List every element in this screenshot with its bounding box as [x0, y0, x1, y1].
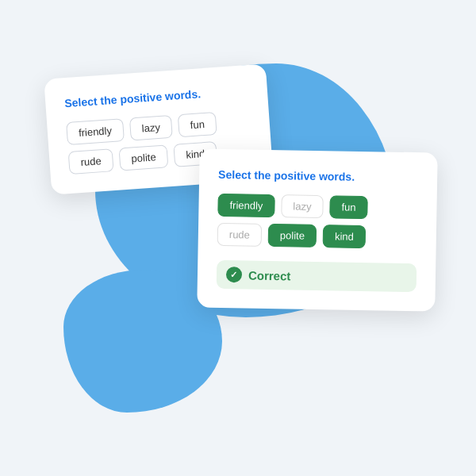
card-back-title: Select the positive words.	[64, 84, 249, 109]
chip-rude-front[interactable]: rude	[217, 223, 263, 247]
card-front-title: Select the positive words.	[218, 168, 418, 184]
chip-friendly-back[interactable]: friendly	[66, 118, 125, 145]
chip-polite-front[interactable]: polite	[268, 224, 317, 248]
card-front-words: friendly lazy fun rude polite kind	[217, 194, 418, 249]
chip-rude-back[interactable]: rude	[68, 148, 114, 175]
feedback-text: Correct	[248, 268, 291, 282]
cards-container: Select the positive words. friendly lazy…	[32, 48, 444, 428]
card-front: Select the positive words. friendly lazy…	[197, 148, 437, 311]
check-icon	[226, 267, 242, 282]
chip-friendly-front[interactable]: friendly	[217, 194, 274, 217]
feedback-bar: Correct	[217, 260, 417, 292]
chip-lazy-front[interactable]: lazy	[281, 194, 324, 218]
chip-fun-back[interactable]: fun	[178, 112, 217, 137]
chip-kind-front[interactable]: kind	[323, 225, 366, 248]
chip-fun-front[interactable]: fun	[329, 195, 368, 219]
chip-polite-back[interactable]: polite	[119, 144, 169, 171]
chip-lazy-back[interactable]: lazy	[129, 115, 173, 141]
